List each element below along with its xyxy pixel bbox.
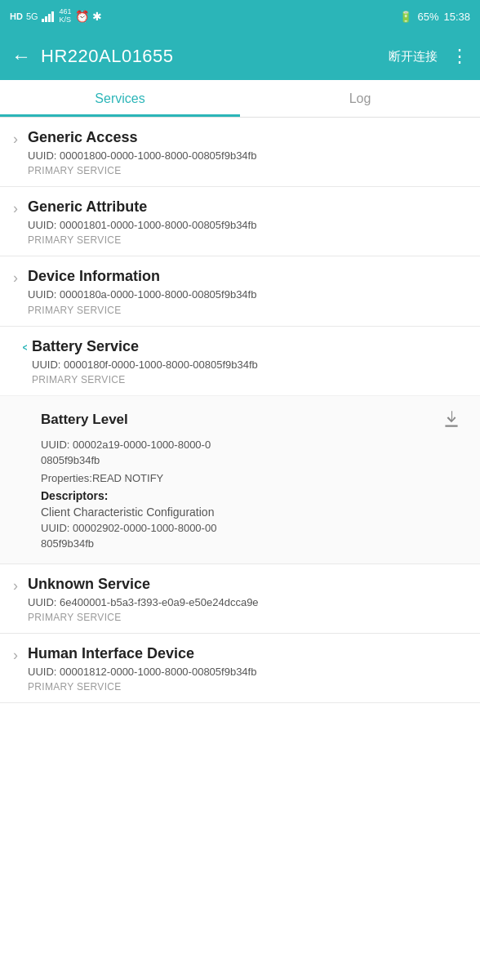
chevron-icon-device-information: › bbox=[13, 270, 18, 287]
chevron-icon-unknown-service: › bbox=[13, 577, 18, 595]
service-list: › Generic Access UUID: 00001800-0000-100… bbox=[0, 118, 480, 703]
characteristic-properties-battery-level: Properties:READ NOTIFY bbox=[41, 472, 464, 484]
hd-label: HD bbox=[10, 11, 23, 21]
service-info-generic-access: Generic Access UUID: 00001800-0000-1000-… bbox=[28, 129, 467, 176]
download-icon bbox=[441, 409, 462, 430]
service-header-human-interface-device[interactable]: › Human Interface Device UUID: 00001812-… bbox=[0, 634, 480, 702]
speed-label: 461K/S bbox=[60, 8, 72, 24]
service-type-generic-access: PRIMARY SERVICE bbox=[28, 165, 467, 176]
service-name-unknown-service: Unknown Service bbox=[28, 576, 467, 593]
service-item-generic-attribute: › Generic Attribute UUID: 00001801-0000-… bbox=[0, 187, 480, 256]
service-item-unknown-service: › Unknown Service UUID: 6e400001-b5a3-f3… bbox=[0, 564, 480, 634]
service-type-generic-attribute: PRIMARY SERVICE bbox=[28, 234, 467, 246]
status-bar: HD 5G 461K/S ⏰ ✱ 🔋 65% 15:38 bbox=[0, 0, 480, 33]
status-right: 🔋 65% 15:38 bbox=[399, 11, 470, 23]
download-button[interactable] bbox=[439, 408, 464, 432]
tab-services[interactable]: Services bbox=[0, 80, 240, 117]
service-header-device-information[interactable]: › Device Information UUID: 0000180a-0000… bbox=[0, 256, 480, 325]
battery-icon: 🔋 bbox=[399, 11, 412, 23]
service-uuid-battery-service: UUID: 0000180f-0000-1000-8000-00805f9b34… bbox=[32, 358, 467, 372]
chevron-icon-battery-service: ˅ bbox=[7, 342, 29, 351]
top-bar: ← HR220AL01655 断开连接 ⋮ bbox=[0, 33, 480, 80]
service-uuid-generic-access: UUID: 00001800-0000-1000-8000-00805f9b34… bbox=[28, 149, 467, 163]
page-title: HR220AL01655 bbox=[41, 46, 389, 67]
tab-bar: Services Log bbox=[0, 80, 480, 118]
service-type-human-interface-device: PRIMARY SERVICE bbox=[28, 681, 467, 693]
svg-rect-1 bbox=[45, 16, 47, 22]
disconnect-button[interactable]: 断开连接 bbox=[389, 49, 438, 65]
service-type-unknown-service: PRIMARY SERVICE bbox=[28, 612, 467, 623]
status-left: HD 5G 461K/S ⏰ ✱ bbox=[10, 8, 102, 24]
characteristic-name-battery-level: Battery Level bbox=[41, 412, 128, 428]
service-item-human-interface-device: › Human Interface Device UUID: 00001812-… bbox=[0, 634, 480, 703]
battery-expanded-section: Battery Level UUID: 00002a19-0000-1000-8… bbox=[0, 395, 480, 564]
characteristic-uuid-battery-level: UUID: 00002a19-0000-1000-8000-0 0805f9b3… bbox=[41, 437, 464, 469]
network-label: 5G bbox=[26, 11, 38, 21]
service-uuid-device-information: UUID: 0000180a-0000-1000-8000-00805f9b34… bbox=[28, 287, 467, 302]
service-info-battery-service: Battery Service UUID: 0000180f-0000-1000… bbox=[32, 338, 467, 385]
alarm-icon: ⏰ bbox=[75, 10, 89, 23]
service-name-generic-access: Generic Access bbox=[28, 129, 467, 146]
service-uuid-human-interface-device: UUID: 00001812-0000-1000-8000-00805f9b34… bbox=[28, 665, 467, 679]
service-header-generic-attribute[interactable]: › Generic Attribute UUID: 00001801-0000-… bbox=[0, 187, 480, 256]
service-name-generic-attribute: Generic Attribute bbox=[28, 198, 467, 216]
chevron-icon-generic-access: › bbox=[13, 131, 18, 148]
characteristic-battery-level: Battery Level UUID: 00002a19-0000-1000-8… bbox=[0, 395, 480, 564]
descriptors-label: Descriptors: bbox=[41, 489, 464, 502]
chevron-icon-human-interface-device: › bbox=[13, 647, 18, 664]
properties-value: READ NOTIFY bbox=[92, 472, 163, 484]
service-item-device-information: › Device Information UUID: 0000180a-0000… bbox=[0, 256, 480, 326]
more-menu-button[interactable]: ⋮ bbox=[451, 46, 469, 67]
tab-log[interactable]: Log bbox=[240, 80, 480, 117]
service-type-battery-service: PRIMARY SERVICE bbox=[32, 374, 467, 385]
service-info-human-interface-device: Human Interface Device UUID: 00001812-00… bbox=[28, 645, 467, 693]
service-uuid-generic-attribute: UUID: 00001801-0000-1000-8000-00805f9b34… bbox=[28, 218, 467, 233]
service-header-generic-access[interactable]: › Generic Access UUID: 00001800-0000-100… bbox=[0, 118, 480, 186]
service-info-unknown-service: Unknown Service UUID: 6e400001-b5a3-f393… bbox=[28, 576, 467, 623]
bluetooth-icon: ✱ bbox=[92, 10, 102, 23]
svg-rect-3 bbox=[51, 11, 54, 22]
service-name-battery-service: Battery Service bbox=[32, 338, 467, 355]
service-type-device-information: PRIMARY SERVICE bbox=[28, 305, 467, 316]
svg-rect-0 bbox=[42, 19, 44, 22]
back-button[interactable]: ← bbox=[11, 45, 31, 68]
service-name-human-interface-device: Human Interface Device bbox=[28, 645, 467, 662]
service-item-generic-access: › Generic Access UUID: 00001800-0000-100… bbox=[0, 118, 480, 187]
service-header-battery-service[interactable]: ˅ Battery Service UUID: 0000180f-0000-10… bbox=[0, 327, 480, 395]
characteristic-header-battery-level: Battery Level bbox=[41, 408, 464, 432]
svg-rect-2 bbox=[48, 14, 51, 22]
time-label: 15:38 bbox=[443, 11, 470, 23]
signal-icon bbox=[42, 11, 56, 22]
service-uuid-unknown-service: UUID: 6e400001-b5a3-f393-e0a9-e50e24dcca… bbox=[28, 595, 467, 610]
service-item-battery-service: ˅ Battery Service UUID: 0000180f-0000-10… bbox=[0, 327, 480, 564]
battery-percent: 65% bbox=[417, 11, 438, 23]
descriptor-name: Client Characteristic Configuration bbox=[41, 506, 464, 519]
chevron-icon-generic-attribute: › bbox=[13, 200, 18, 217]
descriptor-uuid: UUID: 00002902-0000-1000-8000-00 805f9b3… bbox=[41, 520, 464, 552]
service-name-device-information: Device Information bbox=[28, 268, 467, 285]
service-info-device-information: Device Information UUID: 0000180a-0000-1… bbox=[28, 268, 467, 315]
service-header-unknown-service[interactable]: › Unknown Service UUID: 6e400001-b5a3-f3… bbox=[0, 564, 480, 633]
service-info-generic-attribute: Generic Attribute UUID: 00001801-0000-10… bbox=[28, 198, 467, 246]
